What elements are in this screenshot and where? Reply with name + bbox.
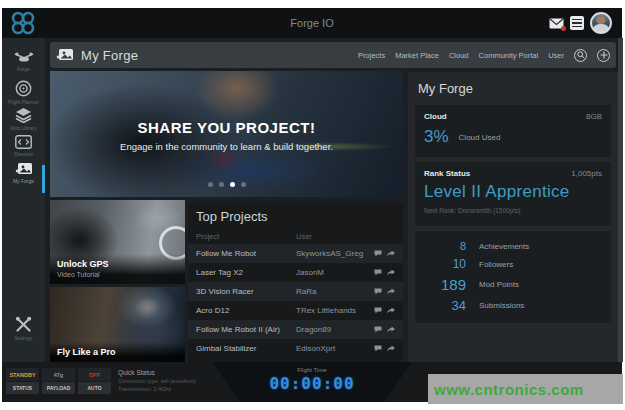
table-row[interactable]: Laser Tag X2 JasonM [188,263,403,282]
project-user: EdisonXprt [296,344,374,353]
scrollbar[interactable] [618,38,623,362]
cloud-label: Cloud [424,112,447,121]
share-icon[interactable] [387,345,395,352]
video-card-unlock-gps[interactable]: Unlock GPS Video Tutorial [50,200,185,284]
table-row[interactable]: Acro D12 TRex Littlehands [188,301,403,320]
payload-value: 47g [42,368,75,381]
carousel-dots [50,182,403,187]
stat-value: 10 [424,257,466,271]
status-label: STATUS [6,382,39,394]
rank-card[interactable]: Rank Status 1,005pts Level II Apprentice… [415,162,611,226]
comment-icon[interactable] [374,345,382,352]
carousel-dot-active[interactable] [230,182,235,187]
plus-icon [600,51,608,59]
comment-icon[interactable] [374,288,382,295]
column-project: Project [196,232,296,241]
page-header: My Forge Projects Market Place Cloud Com… [50,42,616,68]
sidebar-item-label: Flight Planner [8,99,39,105]
search-button[interactable] [574,49,587,62]
sidebar-item-label: My Forge [13,178,34,184]
stats-card: 8 Achievements 10 Followers 189 Mod Poin… [415,231,611,323]
add-button[interactable] [597,49,610,62]
flight-time-label: Flight Time [212,367,412,373]
search-icon [577,51,585,59]
rank-next: Next Rank: Dronesmith (1500pts) [424,207,602,214]
rank-level: Level II Apprentice [424,182,602,202]
rank-label: Rank Status [424,169,470,178]
video-card-fly-like-a-pro[interactable]: Fly Like a Pro [50,287,185,363]
nav-projects[interactable]: Projects [358,51,385,60]
project-name: Gimbal Stabilizer [196,344,296,353]
flight-time-display: Flight Time 00:00:00 [212,362,412,402]
project-name: Laser Tag X2 [196,268,296,277]
cloud-used-percent: 3% [424,127,449,147]
stat-label: Achievements [479,242,529,251]
nav-market-place[interactable]: Market Place [395,51,439,60]
share-icon[interactable] [387,288,395,295]
quick-status: Quick Status Connection type: wifi (exce… [118,369,196,392]
sidebar-item-flight-planner[interactable]: Flight Planner [2,80,45,105]
hero-subtitle: Engage in the community to learn & build… [50,141,403,152]
my-forge-icon [56,48,74,62]
share-icon[interactable] [387,250,395,257]
flight-time-value: 00:00:00 [212,374,412,393]
sidebar-item-develop[interactable]: Develop [2,135,45,157]
table-row[interactable]: 3D Vision Racer RaRa [188,282,403,301]
stat-followers[interactable]: 10 Followers [424,257,602,271]
project-name: Acro D12 [196,306,296,315]
project-user: RaRa [296,287,374,296]
table-row[interactable]: Follow Me Robot II (Air) Dragon89 [188,320,403,339]
sidebar-item-mod-library[interactable]: Mod Library [2,107,45,131]
nav-cloud[interactable]: Cloud [449,51,469,60]
layers-icon [15,107,32,123]
comment-icon[interactable] [374,307,382,314]
project-user: Dragon89 [296,325,374,334]
share-icon[interactable] [387,269,395,276]
sidebar: Forge Flight Planner Mod Library [2,38,45,362]
project-user: SkyworksAS_Greg [296,249,374,258]
stat-submissions[interactable]: 34 Submissions [424,298,602,313]
stat-achievements[interactable]: 8 Achievements [424,240,602,252]
page-title: My Forge [81,48,138,63]
auto-cell[interactable]: OFF AUTO [78,368,111,394]
table-header: Project User [188,229,403,244]
user-avatar[interactable] [590,12,612,34]
top-bar: Forge IO [2,8,622,38]
carousel-dot[interactable] [208,182,213,187]
auto-label: AUTO [78,382,111,394]
rank-points: 1,005pts [571,169,602,178]
payload-cell[interactable]: 47g PAYLOAD [42,368,75,394]
cloud-capacity: 8GB [586,112,602,121]
status-cell[interactable]: STANDBY STATUS [6,368,39,394]
video-title: Unlock GPS [57,259,178,269]
photo-icon [15,162,33,176]
comment-icon[interactable] [374,269,382,276]
top-projects-panel: Top Projects Project User Follow Me Robo… [188,203,403,362]
comment-icon[interactable] [374,250,382,257]
hero-banner[interactable]: SHARE YOU PROJECT! Engage in the communi… [50,71,403,197]
table-row[interactable]: Follow Me Robot SkyworksAS_Greg [188,244,403,263]
sidebar-item-settings[interactable]: Settings [2,316,45,341]
comment-icon[interactable] [374,326,382,333]
app-title: Forge IO [2,17,622,29]
my-forge-panel: My Forge Cloud 8GB 3% Cloud Used Rank St… [408,72,618,362]
notification-badge [561,26,566,31]
cloud-card[interactable]: Cloud 8GB 3% Cloud Used [415,105,611,157]
menu-icon[interactable] [570,16,584,30]
share-icon[interactable] [387,307,395,314]
nav-community-portal[interactable]: Community Portal [479,51,539,60]
mail-icon[interactable] [549,18,564,29]
project-user: TRex Littlehands [296,306,374,315]
sidebar-item-my-forge[interactable]: My Forge [2,162,45,184]
stat-mod-points[interactable]: 189 Mod Points [424,276,602,293]
sidebar-item-forge[interactable]: Forge [2,52,45,72]
carousel-dot[interactable] [219,182,224,187]
code-icon [15,135,32,149]
project-user: JasonM [296,268,374,277]
table-row[interactable]: Gimbal Stabilizer EdisonXprt [188,339,403,358]
sidebar-item-label: Mod Library [10,125,36,131]
nav-user[interactable]: User [548,51,564,60]
share-icon[interactable] [387,326,395,333]
header-nav: Projects Market Place Cloud Community Po… [358,49,610,62]
carousel-dot[interactable] [241,182,246,187]
